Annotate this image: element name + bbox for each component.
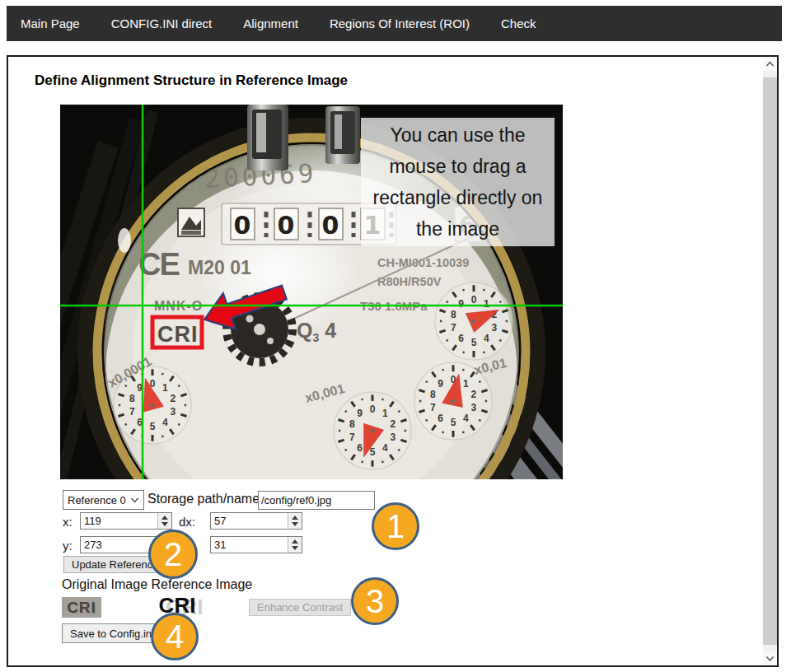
svg-text:5: 5	[150, 421, 156, 432]
svg-text:6: 6	[458, 333, 464, 344]
reference-image-canvas[interactable]: 2020 200069	[60, 105, 563, 479]
svg-text:5: 5	[471, 337, 477, 348]
x-input-wrap	[80, 512, 172, 530]
storage-path-input[interactable]	[258, 491, 375, 510]
frame-inner: Define Alignment Structure in Reference …	[8, 57, 763, 665]
dx-label: dx:	[179, 515, 195, 529]
svg-text:7: 7	[430, 402, 436, 413]
svg-text:5: 5	[451, 417, 456, 428]
svg-text:8: 8	[129, 393, 135, 404]
svg-text:3: 3	[390, 432, 396, 443]
brass-glint	[118, 228, 131, 253]
chevron-up-icon	[765, 61, 775, 68]
svg-text:7: 7	[451, 322, 456, 334]
svg-text:6: 6	[438, 413, 443, 424]
spin-down-icon[interactable]	[161, 522, 168, 526]
approval-text: M20 01	[188, 257, 251, 278]
drag-hint-overlay: You can use the mouse to drag a rectangl…	[361, 118, 555, 246]
ce-mark: CE	[138, 247, 179, 282]
scrollbar-thumb[interactable]	[763, 77, 777, 645]
original-image-label: Original Image	[62, 577, 147, 591]
svg-text:1: 1	[382, 408, 388, 419]
nav-roi[interactable]: Regions Of Interest (ROI)	[330, 16, 470, 30]
dx-input-wrap	[210, 512, 302, 530]
dy-spinner[interactable]	[288, 537, 302, 553]
register-digit-2: 0	[278, 211, 295, 240]
svg-text:7: 7	[349, 432, 355, 443]
spin-down-icon[interactable]	[292, 522, 298, 526]
reference-select-value: Reference 0	[68, 494, 126, 506]
svg-text:9: 9	[357, 408, 363, 419]
dx-spinner[interactable]	[288, 513, 302, 529]
svg-text:3: 3	[470, 402, 476, 413]
nav-alignment[interactable]: Alignment	[243, 16, 298, 30]
scroll-down-button[interactable]	[763, 651, 777, 665]
scroll-up-button[interactable]	[763, 57, 777, 71]
spin-up-icon[interactable]	[292, 516, 298, 520]
roi-crop-text: CRI	[157, 322, 199, 347]
annotation-badge-4: 4	[151, 613, 199, 660]
svg-text:0: 0	[370, 404, 376, 415]
x-spinner[interactable]	[157, 513, 171, 529]
svg-text:8: 8	[349, 418, 355, 430]
svg-text:4: 4	[382, 442, 388, 454]
svg-text:3: 3	[170, 406, 176, 418]
top-nav: Main Page CONFIG.INI direct Alignment Re…	[7, 6, 782, 41]
svg-text:2: 2	[170, 393, 176, 404]
model-text: CH-MI001-10039	[377, 256, 469, 269]
svg-text:4: 4	[162, 417, 168, 428]
svg-text:6: 6	[357, 442, 363, 454]
storage-path-label: Storage path/name:	[147, 492, 264, 506]
annotation-badge-3: 3	[351, 577, 399, 625]
svg-text:2: 2	[390, 418, 396, 430]
register-digit-3: 0	[322, 211, 339, 240]
svg-text:1: 1	[463, 378, 469, 390]
chevron-down-icon	[130, 497, 139, 503]
original-image-thumb: CRI	[62, 597, 101, 618]
svg-text:4: 4	[463, 413, 469, 424]
svg-text:3: 3	[491, 322, 497, 334]
svg-text:2: 2	[470, 389, 476, 400]
thumb-labels: Original Image Reference Image	[62, 577, 252, 592]
spin-up-icon[interactable]	[161, 516, 168, 520]
save-to-config-button[interactable]: Save to Config.ini	[62, 623, 162, 643]
spec-text: R80H/R50V	[377, 275, 442, 288]
nav-main-page[interactable]: Main Page	[21, 16, 80, 30]
reference-select[interactable]: Reference 0	[63, 490, 144, 510]
svg-text:7: 7	[129, 406, 135, 418]
register-digit-1: 0	[234, 211, 251, 240]
svg-text:8: 8	[430, 389, 436, 400]
x-label: x:	[63, 515, 73, 529]
spin-up-icon[interactable]	[292, 539, 298, 544]
chevron-down-icon	[765, 656, 775, 662]
svg-text:9: 9	[458, 298, 464, 310]
nav-check[interactable]: Check	[501, 16, 536, 30]
spin-down-icon[interactable]	[292, 546, 298, 550]
vertical-scrollbar[interactable]	[763, 57, 777, 665]
svg-text:1: 1	[162, 382, 168, 394]
svg-text:4: 4	[484, 333, 489, 344]
reference-image-label: Reference Image	[152, 577, 253, 591]
register-pictogram-bar	[181, 231, 201, 235]
svg-text:8: 8	[451, 309, 456, 320]
content-frame: Define Alignment Structure in Reference …	[7, 55, 779, 667]
nav-config-ini[interactable]: CONFIG.INI direct	[111, 16, 213, 30]
svg-text:1: 1	[484, 298, 489, 310]
svg-text:0: 0	[471, 294, 477, 306]
y-label: y:	[63, 539, 73, 553]
annotation-badge-2: 2	[148, 530, 198, 579]
annotation-badge-1: 1	[372, 502, 419, 550]
enhance-contrast-button[interactable]: Enhance Contrast	[249, 599, 351, 616]
svg-text:9: 9	[438, 378, 443, 390]
dy-input-wrap	[210, 536, 302, 553]
page-title: Define Alignment Structure in Reference …	[35, 72, 348, 89]
